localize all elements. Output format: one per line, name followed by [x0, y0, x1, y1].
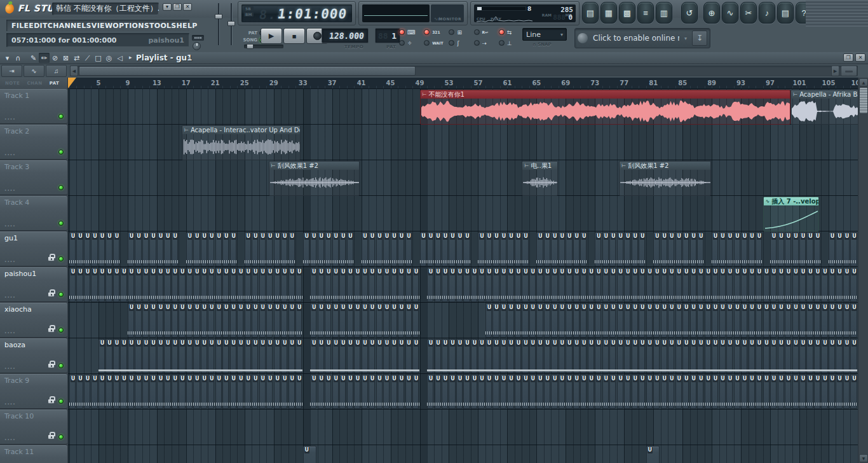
close-button[interactable]: ✕ [183, 3, 192, 11]
pattern-clip[interactable]: U [157, 339, 163, 373]
pattern-clip[interactable]: U [690, 339, 696, 373]
playlist-grid[interactable]: ⊢不能没有你1⊢Acapella - Afrika Ba⊢Acapella - … [68, 89, 858, 463]
pattern-clip[interactable]: U [274, 339, 280, 373]
track-enable-led[interactable] [58, 399, 64, 404]
pattern-clip[interactable]: U [734, 339, 740, 373]
pattern-clip[interactable]: U [566, 339, 572, 373]
pattern-clip[interactable]: U [668, 339, 674, 373]
pattern-clip[interactable]: U [442, 339, 448, 373]
browser-toggle-button[interactable]: ≡ [637, 2, 654, 24]
pattern-clip[interactable]: U [792, 339, 799, 373]
audio-clip[interactable]: ⊢Acapella - Interac..vator Up And Down [182, 125, 301, 160]
chevron-down-icon[interactable]: ▾ [188, 55, 191, 61]
pattern-clip[interactable]: U [814, 339, 820, 373]
pattern-clip[interactable]: U [485, 339, 492, 373]
play-button[interactable]: ▶ [261, 28, 282, 44]
news-panel[interactable]: Click to enable online news ▾ ↧ [574, 28, 710, 48]
track-grip[interactable]: ···· [4, 365, 16, 371]
typing-keyboard-button[interactable]: ⌨ [397, 27, 421, 38]
pattern-clip[interactable]: U [639, 339, 645, 373]
stop-button[interactable]: ■ [283, 28, 305, 44]
track-grip[interactable]: ···· [4, 258, 16, 265]
playlist-toggle-button[interactable]: ▤ [582, 2, 599, 24]
pattern-clip[interactable]: U [500, 339, 506, 373]
pattern-clip[interactable]: U [609, 339, 616, 373]
pattern-clip[interactable]: U [295, 339, 302, 373]
lock-icon[interactable] [48, 399, 55, 404]
playlist-title-bar[interactable]: ▾∩✎✏⊘⊠⇄⟋□◎◁ ▸ Playlist - gu1 ▾ ❐✕ [0, 52, 868, 64]
pattern-clip[interactable]: U [354, 339, 360, 373]
audio-clip[interactable]: ⊢电..果1 [522, 161, 557, 196]
clip-name-tag[interactable]: ∿插入 7 -..velope [764, 197, 818, 205]
pattern-clip[interactable]: U [325, 339, 331, 373]
pattern-clip[interactable]: U [193, 339, 200, 373]
pattern-clip[interactable]: U [522, 339, 528, 373]
pattern-clip[interactable]: U [544, 339, 550, 373]
playhead-marker[interactable] [68, 78, 76, 88]
punch-button[interactable]: ✧ [397, 38, 421, 48]
pattern-clip[interactable]: U [507, 339, 513, 373]
track-header[interactable]: Track 9···· [0, 374, 67, 409]
track-enable-led[interactable] [58, 363, 64, 368]
scroll-left-button[interactable]: ◀ [70, 66, 78, 76]
pattern-clip[interactable]: U [559, 339, 565, 373]
select-tool[interactable]: □ [93, 53, 104, 63]
pattern-clip[interactable]: U [778, 339, 784, 373]
track-header[interactable]: xiaocha···· [0, 303, 67, 338]
pattern-clip[interactable]: U [602, 339, 609, 373]
track-header[interactable]: baoza···· [0, 338, 67, 373]
loop-record-button[interactable]: R↩ [471, 27, 496, 38]
pattern-clip[interactable]: U [427, 339, 433, 373]
pattern-clip[interactable]: U [281, 339, 287, 373]
minimize-button[interactable]: ▾ [163, 3, 172, 11]
news-download-button[interactable]: ↧ [692, 31, 707, 46]
note-add-button[interactable]: ⊞ [446, 27, 471, 38]
clip-name-tag[interactable]: ⊢不能没有你1 [421, 90, 790, 99]
pattern-clip[interactable]: U [245, 339, 251, 373]
track-enable-led[interactable] [58, 434, 64, 439]
slip-tool[interactable]: ⇄ [71, 53, 82, 63]
track-grip[interactable]: ···· [4, 436, 16, 443]
pattern-clip[interactable]: U [580, 339, 587, 373]
pattern-clip[interactable]: U [113, 339, 119, 373]
pattern-clip[interactable]: U [478, 339, 484, 373]
track-grip[interactable]: ···· [4, 294, 16, 300]
menu-item-view[interactable]: VIEW [92, 22, 112, 30]
pattern-clip[interactable]: U [391, 339, 397, 373]
pattern-clip[interactable]: U [821, 339, 827, 373]
pattern-clip[interactable]: U [712, 339, 718, 373]
wait-input-button[interactable]: WAIT [421, 38, 446, 48]
mute-tool[interactable]: ⊠ [60, 53, 71, 63]
delete-tool[interactable]: ⊘ [50, 53, 60, 63]
track-grip[interactable]: ···· [4, 223, 16, 229]
snap-magnet-toggle[interactable]: ∩ [13, 53, 24, 63]
overdub-button[interactable]: ⇢ [471, 38, 496, 48]
hint-knob[interactable] [193, 42, 201, 50]
pattern-clip[interactable]: U [836, 339, 842, 373]
pattern-clip[interactable]: U [142, 339, 149, 373]
pattern-clip[interactable]: U [850, 339, 857, 373]
restore-button[interactable]: ❐ [173, 3, 182, 11]
pattern-clip[interactable]: U [215, 339, 222, 373]
pattern-clip[interactable]: U [208, 339, 214, 373]
pattern-clip[interactable]: U [369, 339, 375, 373]
snap-selector[interactable]: Line ▾ [522, 28, 567, 41]
countdown-321-button[interactable]: 321 [421, 27, 446, 38]
pattern-clip[interactable]: U [529, 339, 536, 373]
pattern-clip[interactable]: U [617, 339, 623, 373]
pattern-clip[interactable]: U [201, 339, 207, 373]
pattern-clip[interactable]: U [332, 339, 339, 373]
clip-name-tag[interactable]: ⊢Acapella - Afrika Ba [791, 90, 858, 99]
pattern-clip[interactable]: U [726, 339, 733, 373]
track-header[interactable]: paishou1···· [0, 267, 67, 302]
master-volume-slider[interactable] [214, 2, 223, 48]
pattern-clip[interactable]: U [471, 339, 477, 373]
pattern-picker-button[interactable]: ♫ [46, 65, 67, 77]
pattern-clip[interactable]: U [463, 339, 470, 373]
pattern-clip[interactable]: U [135, 339, 141, 373]
pattern-clip[interactable]: U [653, 339, 660, 373]
track-grip[interactable]: ···· [4, 116, 16, 122]
pattern-clip[interactable]: U [376, 339, 383, 373]
pattern-clip[interactable]: U [806, 339, 813, 373]
undo-button[interactable]: ↺ [681, 2, 698, 24]
